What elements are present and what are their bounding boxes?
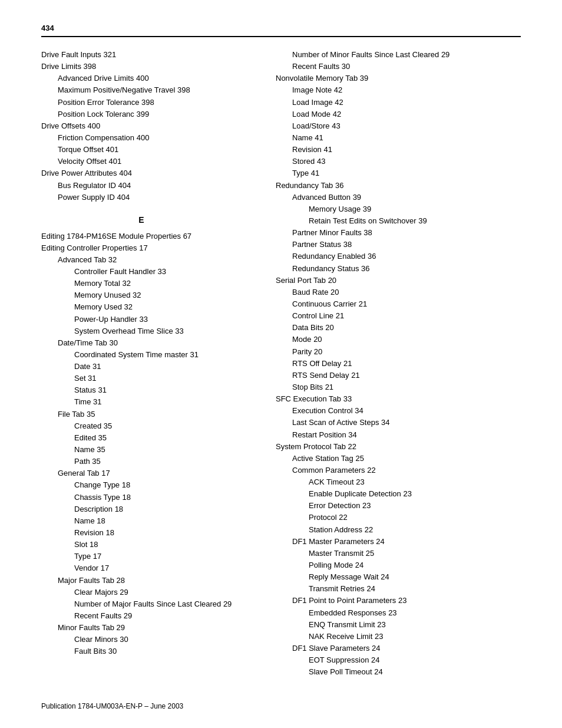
list-item: EOT Suppression 24 (259, 654, 521, 666)
list-item: Major Faults Tab 28 (41, 575, 242, 587)
list-item: ACK Timeout 23 (259, 476, 521, 488)
list-item: Execution Control 34 (259, 405, 521, 417)
list-item: Drive Limits 398 (41, 61, 242, 73)
footer: Publication 1784-UM003A-EN-P – June 2003 (41, 702, 183, 710)
list-item: Chassis Type 18 (41, 492, 242, 503)
top-rule (41, 36, 521, 37)
list-item: Slave Poll Timeout 24 (259, 666, 521, 678)
list-item: Common Parameters 22 (259, 465, 521, 476)
list-item: File Tab 35 (41, 409, 242, 420)
list-item: Edited 35 (41, 432, 242, 444)
list-item: Image Note 42 (259, 84, 521, 96)
list-item: Mode 20 (259, 334, 521, 345)
list-item: Date/Time Tab 30 (41, 337, 242, 349)
list-item: Fault Bits 30 (41, 645, 242, 657)
list-item: Last Scan of Active Steps 34 (259, 417, 521, 429)
list-item: Number of Major Faults Since Last Cleare… (41, 598, 242, 610)
list-item: Restart Position 34 (259, 429, 521, 441)
list-item: Advanced Button 39 (259, 192, 521, 203)
left-column: Drive Fault Inputs 321Drive Limits 398Ad… (41, 49, 242, 678)
list-item: Created 35 (41, 420, 242, 432)
list-item: Embedded Responses 23 (259, 607, 521, 619)
content-columns: Drive Fault Inputs 321Drive Limits 398Ad… (41, 49, 521, 678)
list-item: Partner Minor Faults 38 (259, 227, 521, 239)
list-item: Type 17 (41, 551, 242, 562)
list-item: Baud Rate 20 (259, 286, 521, 298)
list-item: Vendor 17 (41, 562, 242, 574)
list-item: Power Supply ID 404 (41, 192, 242, 203)
list-item: DF1 Point to Point Parameters 23 (259, 595, 521, 607)
list-item: Path 35 (41, 456, 242, 467)
list-item: Advanced Drive Limits 400 (41, 73, 242, 84)
page: 434 Drive Fault Inputs 321Drive Limits 3… (0, 0, 562, 728)
list-item: Change Type 18 (41, 479, 242, 491)
list-item: Memory Used 32 (41, 301, 242, 313)
list-item: Load Image 42 (259, 97, 521, 108)
list-item: Active Station Tag 25 (259, 453, 521, 465)
page-number: 434 (41, 24, 521, 32)
list-item: Power-Up Handler 33 (41, 314, 242, 325)
list-item: Velocity Offset 401 (41, 156, 242, 167)
list-item: System Overhead Time Slice 33 (41, 325, 242, 337)
list-item: Revision 41 (259, 144, 521, 156)
list-item: Number of Minor Faults Since Last Cleare… (259, 49, 521, 61)
list-item: Status 31 (41, 384, 242, 396)
list-item: RTS Send Delay 21 (259, 370, 521, 381)
section-letter: E (41, 214, 242, 227)
list-item: Drive Offsets 400 (41, 120, 242, 132)
list-item: Description 18 (41, 503, 242, 515)
list-item: Clear Minors 30 (41, 634, 242, 645)
list-item: Redundancy Status 36 (259, 263, 521, 275)
list-item: Serial Port Tab 20 (259, 275, 521, 286)
list-item: Memory Unused 32 (41, 289, 242, 301)
list-item: Stored 43 (259, 156, 521, 167)
list-item: Position Lock Toleranc 399 (41, 108, 242, 120)
list-item: Editing 1784-PM16SE Module Properties 67 (41, 230, 242, 242)
list-item: SFC Execution Tab 33 (259, 393, 521, 405)
list-item: Control Line 21 (259, 310, 521, 322)
list-item: System Protocol Tab 22 (259, 441, 521, 453)
list-item: Revision 18 (41, 527, 242, 539)
list-item: General Tab 17 (41, 467, 242, 479)
list-item: Friction Compensation 400 (41, 132, 242, 144)
list-item: Set 31 (41, 373, 242, 384)
list-item: Recent Faults 30 (259, 61, 521, 73)
list-item: Load Mode 42 (259, 108, 521, 120)
list-item: Type 41 (259, 167, 521, 179)
list-item: Clear Majors 29 (41, 587, 242, 598)
list-item: Station Address 22 (259, 524, 521, 536)
list-item: Drive Fault Inputs 321 (41, 49, 242, 61)
list-item: Name 41 (259, 132, 521, 144)
list-item: Error Detection 23 (259, 500, 521, 512)
list-item: Reply Message Wait 24 (259, 571, 521, 583)
list-item: Drive Power Attributes 404 (41, 167, 242, 179)
list-item: Maximum Positive/Negative Travel 398 (41, 84, 242, 96)
list-item: Recent Faults 29 (41, 610, 242, 622)
right-column: Number of Minor Faults Since Last Cleare… (259, 49, 521, 678)
list-item: Polling Mode 24 (259, 559, 521, 571)
list-item: Retain Test Edits on Switchover 39 (259, 215, 521, 227)
list-item: Slot 18 (41, 539, 242, 551)
list-item: Controller Fault Handler 33 (41, 266, 242, 278)
list-item: Advanced Tab 32 (41, 254, 242, 266)
list-item: Master Transmit 25 (259, 548, 521, 559)
list-item: Position Error Tolerance 398 (41, 97, 242, 108)
list-item: Time 31 (41, 396, 242, 408)
list-item: DF1 Master Parameters 24 (259, 536, 521, 548)
list-item: Bus Regulator ID 404 (41, 180, 242, 192)
list-item: DF1 Slave Parameters 24 (259, 643, 521, 654)
list-item: Date 31 (41, 361, 242, 373)
list-item: NAK Receive Limit 23 (259, 631, 521, 643)
list-item: Parity 20 (259, 346, 521, 358)
list-item: Continuous Carrier 21 (259, 298, 521, 310)
list-item: Name 35 (41, 444, 242, 456)
list-item: Torque Offset 401 (41, 144, 242, 156)
list-item: Nonvolatile Memory Tab 39 (259, 73, 521, 84)
list-item: Protocol 22 (259, 512, 521, 523)
list-item: Memory Usage 39 (259, 203, 521, 215)
list-item: Memory Total 32 (41, 278, 242, 289)
list-item: Partner Status 38 (259, 239, 521, 251)
list-item: Data Bits 20 (259, 322, 521, 334)
list-item: Minor Faults Tab 29 (41, 622, 242, 634)
list-item: Load/Store 43 (259, 120, 521, 132)
